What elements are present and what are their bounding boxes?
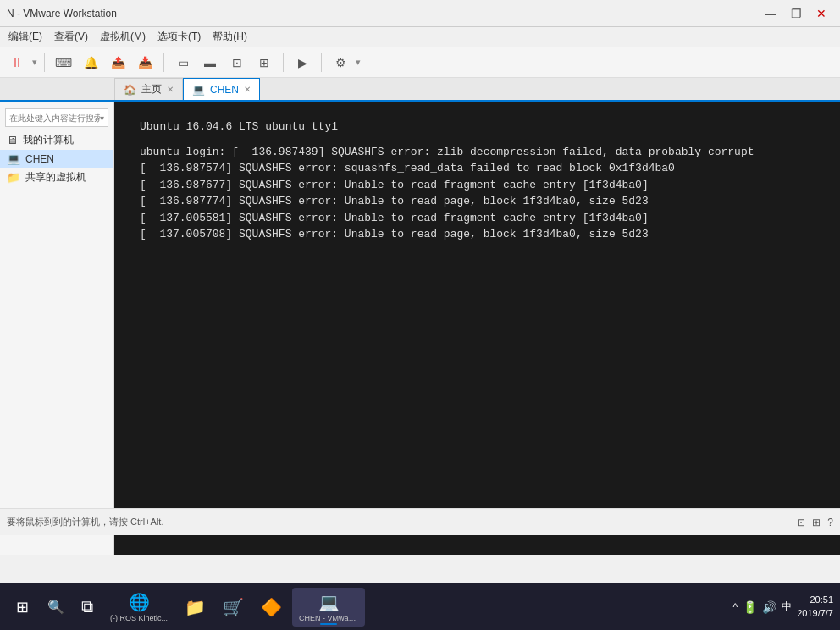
menu-bar: 编辑(E) 查看(V) 虚拟机(M) 选项卡(T) 帮助(H): [0, 27, 840, 47]
taskbar-tray: ^ 🔋 🔊 中 20:51 2019/7/7: [733, 594, 833, 620]
restore-button[interactable]: ❐: [784, 2, 808, 25]
extra-app-icon: 🔶: [261, 597, 282, 617]
console-area[interactable]: Ubuntu 16.04.6 LTS ubuntu tty1 ubuntu lo…: [114, 102, 840, 555]
ime-indicator[interactable]: 中: [782, 600, 792, 614]
taskbar-app-vmware[interactable]: 💻 CHEN - VMware ...: [292, 588, 365, 627]
sidebar-search-box[interactable]: ▾: [5, 108, 108, 127]
taskbar-date-display: 2019/7/7: [797, 607, 833, 620]
status-bar: 要将鼠标到到的计算机，请按 Ctrl+Alt. ⊡ ⊞ ?: [0, 508, 840, 535]
vm-icon: 💻: [192, 84, 205, 96]
tab-home-close[interactable]: ✕: [167, 86, 174, 94]
send-ctrl-alt-del-button[interactable]: ⌨: [52, 51, 75, 75]
fullscreen-status-icon[interactable]: ⊞: [812, 517, 821, 528]
home-icon: 🏠: [124, 84, 136, 96]
sidebar: ▾ 🖥 我的计算机 💻 CHEN 📁 共享的虚拟机: [0, 102, 114, 555]
terminal-line-3: [ 136.987774] SQUASHFS error: Unable to …: [140, 193, 815, 210]
title-bar: N - VMware Workstation — ❐ ✕: [0, 0, 840, 27]
taskbar: ⊞ 🔍 ⧉ 🌐 (-) ROS Kinetic... 📁 🛒 🔶 💻 CHEN …: [0, 583, 840, 630]
unity-button[interactable]: ▬: [198, 51, 222, 75]
tab-chen[interactable]: 💻 CHEN ✕: [183, 78, 260, 100]
taskbar-app-edge[interactable]: 🌐 (-) ROS Kinetic...: [103, 588, 174, 627]
tab-chen-label: CHEN: [210, 84, 239, 96]
menu-help[interactable]: 帮助(H): [207, 28, 252, 46]
taskbar-search-button[interactable]: 🔍: [41, 592, 71, 622]
tab-bar: 🏠 主页 ✕ 💻 CHEN ✕: [0, 78, 840, 102]
taskbar-app-extra[interactable]: 🔶: [254, 588, 289, 627]
battery-icon: 🔋: [743, 600, 757, 614]
vmware-window: N - VMware Workstation — ❐ ✕ 编辑(E) 查看(V)…: [0, 0, 840, 583]
close-button[interactable]: ✕: [810, 2, 833, 25]
taskbar-time-display: 20:51: [797, 594, 833, 606]
menu-vm[interactable]: 虚拟机(M): [95, 28, 151, 46]
sidebar-search-input[interactable]: [9, 113, 100, 123]
search-dropdown-icon[interactable]: ▾: [100, 113, 104, 123]
terminal-header: Ubuntu 16.04.6 LTS ubuntu tty1: [140, 119, 815, 135]
taskbar-app-store[interactable]: 🛒: [216, 588, 251, 627]
edge-icon: 🌐: [129, 592, 150, 612]
taskbar-taskview[interactable]: ⧉: [75, 588, 100, 627]
taskbar-app-vmware-label: CHEN - VMware ...: [299, 614, 358, 622]
snapshot2-button[interactable]: 📤: [106, 51, 130, 75]
fullscreen-button[interactable]: ▭: [171, 51, 195, 75]
enter-button[interactable]: ▶: [290, 51, 314, 75]
tab-home[interactable]: 🏠 主页 ✕: [114, 78, 183, 100]
snapshot3-button[interactable]: 📥: [133, 51, 157, 75]
toolbar-sep-1: [44, 53, 45, 72]
toolbar-sep-3: [283, 53, 284, 72]
minimize-button[interactable]: —: [759, 2, 782, 25]
sidebar-item-shared-label: 共享的虚拟机: [25, 170, 86, 185]
vm-sidebar-icon: 💻: [7, 152, 20, 165]
sidebar-item-chen-label: CHEN: [25, 153, 54, 165]
restore-icon[interactable]: ⊡: [797, 517, 805, 528]
status-hint: 要将鼠标到到的计算机，请按 Ctrl+Alt.: [7, 516, 163, 528]
taskview-icon: ⧉: [81, 597, 93, 616]
pause-button[interactable]: ⏸: [5, 51, 29, 75]
snapshot-button[interactable]: 🔔: [79, 51, 102, 75]
terminal-line-1: [ 136.987574] SQUASHFS error: squashfs_r…: [140, 160, 815, 177]
terminal-line-5: [ 137.005708] SQUASHFS error: Unable to …: [140, 226, 815, 243]
terminal-line-4: [ 137.005581] SQUASHFS error: Unable to …: [140, 210, 815, 227]
taskbar-app-edge-label: (-) ROS Kinetic...: [110, 614, 168, 622]
toolbar-sep-2: [163, 53, 164, 72]
sidebar-item-my-computer-label: 我的计算机: [23, 133, 74, 147]
fit-guest-button[interactable]: ⊡: [225, 51, 249, 75]
menu-tabs[interactable]: 选项卡(T): [152, 28, 206, 46]
tray-chevron[interactable]: ^: [733, 601, 738, 613]
taskbar-clock[interactable]: 20:51 2019/7/7: [797, 594, 833, 620]
settings-button[interactable]: ⚙: [329, 51, 352, 75]
terminal-line-0: ubuntu login: [ 136.987439] SQUASHFS err…: [140, 144, 815, 161]
tab-chen-close[interactable]: ✕: [244, 86, 251, 94]
explorer-icon: 📁: [185, 597, 206, 617]
vmware-taskbar-icon: 💻: [318, 592, 340, 612]
tab-home-label: 主页: [141, 82, 162, 97]
computer-icon: 🖥: [7, 134, 18, 146]
volume-icon[interactable]: 🔊: [762, 600, 776, 614]
toolbar: ⏸ ▾ ⌨ 🔔 📤 📥 ▭ ▬ ⊡ ⊞ ▶ ⚙ ▾: [0, 47, 840, 78]
start-button[interactable]: ⊞: [7, 592, 37, 622]
help-icon[interactable]: ?: [827, 517, 833, 528]
sidebar-item-my-computer[interactable]: 🖥 我的计算机: [0, 130, 113, 150]
shared-vm-icon: 📁: [7, 171, 20, 184]
toolbar-sep-4: [321, 53, 322, 72]
title-bar-text: N - VMware Workstation: [7, 8, 117, 19]
sidebar-item-shared-vms[interactable]: 📁 共享的虚拟机: [0, 168, 113, 187]
terminal-line-2: [ 136.987677] SQUASHFS error: Unable to …: [140, 177, 815, 194]
main-content: ▾ 🖥 我的计算机 💻 CHEN 📁 共享的虚拟机 Ubuntu 16.04.6…: [0, 102, 840, 555]
menu-view[interactable]: 查看(V): [49, 28, 93, 46]
store-icon: 🛒: [223, 597, 244, 617]
taskbar-app-explorer[interactable]: 📁: [178, 588, 213, 627]
autofit-button[interactable]: ⊞: [252, 51, 276, 75]
menu-edit[interactable]: 编辑(E): [3, 28, 47, 46]
sidebar-item-chen[interactable]: 💻 CHEN: [0, 150, 113, 168]
terminal-output: Ubuntu 16.04.6 LTS ubuntu tty1 ubuntu lo…: [114, 102, 840, 555]
